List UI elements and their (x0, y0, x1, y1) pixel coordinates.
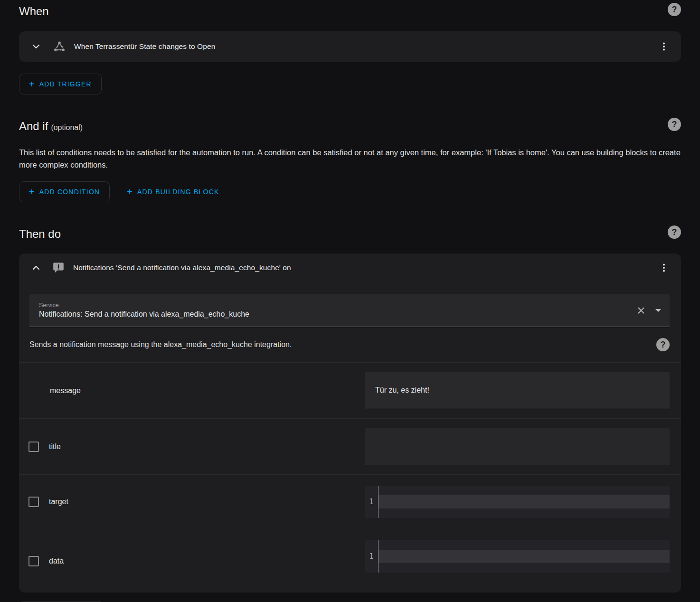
data-row: data 1 (19, 529, 681, 593)
service-description: Sends a notification message using the a… (29, 340, 292, 349)
target-label: target (49, 498, 68, 506)
kebab-menu-icon (658, 41, 670, 52)
action-collapse-button[interactable] (27, 258, 46, 277)
service-field-label: Service (39, 302, 634, 309)
then-do-section-header: Then do ? (19, 226, 681, 242)
when-heading: When (19, 4, 49, 19)
service-help-icon[interactable]: ? (656, 338, 670, 351)
data-checkbox[interactable] (28, 556, 39, 566)
title-checkbox[interactable] (28, 442, 39, 452)
state-trigger-icon (53, 40, 66, 53)
then-do-help-icon[interactable]: ? (668, 226, 681, 239)
service-clear-button[interactable] (634, 303, 649, 318)
automation-editor: When ? When (0, 0, 700, 602)
then-do-heading: Then do (19, 226, 61, 242)
action-title: Notifications 'Send a notification via a… (73, 263, 291, 272)
add-condition-button[interactable]: + ADD CONDITION (19, 181, 110, 202)
kebab-menu-icon (658, 262, 670, 273)
title-input[interactable] (365, 428, 670, 465)
message-label: message (50, 386, 81, 395)
service-description-row: Sends a notification message using the a… (19, 327, 681, 362)
active-line-highlight (378, 495, 670, 508)
chevron-up-icon (30, 262, 42, 273)
conditions-description: This list of conditions needs to be sati… (19, 146, 681, 171)
data-editor-line-number: 1 (365, 540, 378, 573)
dropdown-caret-icon[interactable] (655, 309, 661, 312)
plus-icon: + (29, 187, 35, 198)
add-condition-label: ADD CONDITION (39, 188, 100, 196)
close-icon (636, 305, 646, 316)
plus-icon: + (127, 187, 132, 198)
trigger-title: When Terrassentür State changes to Open (74, 42, 215, 51)
action-menu-button[interactable] (654, 258, 673, 277)
notification-icon (52, 262, 65, 274)
active-line-highlight (378, 550, 670, 563)
message-value: Tür zu, es zieht! (375, 386, 429, 395)
title-row: title (19, 418, 681, 474)
trigger-collapse-button[interactable] (27, 37, 46, 56)
add-trigger-button[interactable]: + ADD TRIGGER (19, 74, 102, 94)
data-label: data (49, 557, 64, 565)
target-editor-content[interactable] (378, 486, 670, 518)
service-combobox[interactable]: Service Notifications: Send a notificati… (29, 294, 670, 327)
message-input[interactable]: Tür zu, es zieht! (365, 372, 670, 409)
and-if-section-header: And if(optional) ? (19, 119, 681, 135)
data-yaml-editor[interactable]: 1 (365, 540, 670, 573)
service-field-value: Notifications: Send a notification via a… (39, 310, 634, 319)
action-card: Notifications 'Send a notification via a… (19, 254, 681, 593)
and-if-heading: And if(optional) (19, 119, 83, 135)
optional-label: (optional) (51, 123, 83, 132)
title-label: title (49, 442, 61, 451)
target-checkbox[interactable] (28, 497, 39, 507)
and-if-help-icon[interactable]: ? (668, 118, 681, 131)
chevron-down-icon (30, 41, 42, 52)
action-card-header[interactable]: Notifications 'Send a notification via a… (19, 254, 681, 282)
when-section-header: When ? (19, 4, 681, 19)
service-text: Service Notifications: Send a notificati… (39, 302, 634, 319)
target-yaml-editor[interactable]: 1 (365, 486, 670, 518)
target-editor-line-number: 1 (365, 486, 378, 518)
plus-icon: + (29, 79, 35, 90)
trigger-menu-button[interactable] (654, 37, 673, 56)
message-row: message Tür zu, es zieht! (19, 362, 681, 418)
data-editor-content[interactable] (378, 540, 670, 573)
target-row: target 1 (19, 474, 681, 529)
when-help-icon[interactable]: ? (668, 3, 681, 16)
add-building-block-button[interactable]: + ADD BUILDING BLOCK (117, 181, 228, 202)
trigger-card[interactable]: When Terrassentür State changes to Open (19, 31, 681, 62)
add-trigger-label: ADD TRIGGER (39, 80, 92, 88)
condition-buttons-row: + ADD CONDITION + ADD BUILDING BLOCK (19, 181, 681, 202)
add-building-block-label: ADD BUILDING BLOCK (137, 188, 219, 196)
